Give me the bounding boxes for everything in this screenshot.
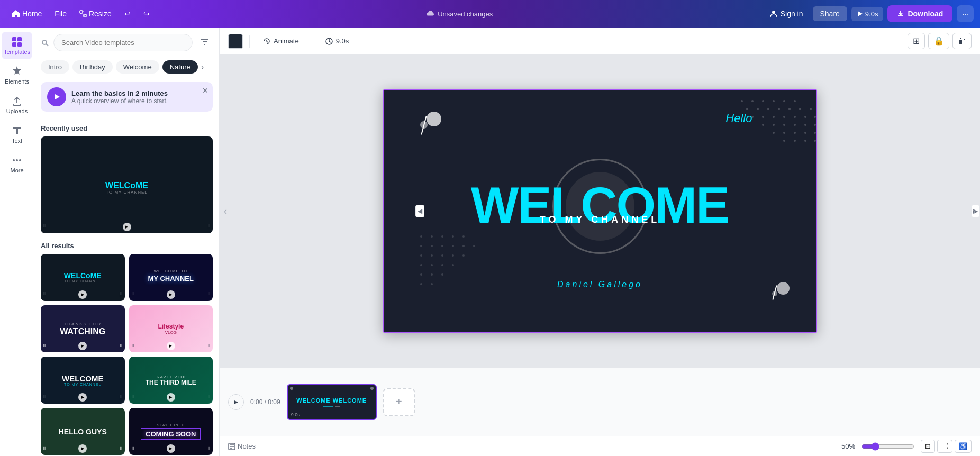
banner-close-button[interactable]: ✕ (202, 86, 208, 95)
svg-point-18 (762, 100, 764, 102)
fullscreen-button[interactable]: ⛶ (937, 440, 952, 453)
template-play-btn[interactable]: ▶ (123, 223, 131, 231)
accessibility-button[interactable]: ♿ (955, 440, 972, 453)
template-card-1[interactable]: WELCoME TO MY CHANNEL ⠿ ▶ ⠿ (41, 254, 125, 301)
svg-point-41 (814, 124, 816, 126)
template-card-6[interactable]: TRAVEL VLOG THE THIRD MILE ⠿ ▶ ⠿ (129, 357, 213, 404)
sidebar-item-elements[interactable]: Elements (2, 61, 32, 89)
filter-button[interactable] (197, 34, 213, 51)
animate-button[interactable]: Animate (256, 34, 305, 49)
sidebar-item-more[interactable]: More (2, 150, 32, 178)
template-card-8[interactable]: STAY TUNED COMING SOON ⠿ ▶ ⠿ (129, 408, 213, 455)
canvas-orb-topleft (427, 112, 441, 126)
thumb-welcome-1: WELCOME (296, 397, 330, 404)
search-input[interactable] (53, 34, 193, 51)
svg-point-13 (42, 40, 47, 44)
all-results-grid: WELCoME TO MY CHANNEL ⠿ ▶ ⠿ W (41, 254, 213, 456)
template-card-3[interactable]: THANKS FOR WATCHING ⠿ ▶ ⠿ (41, 305, 125, 352)
t6-play[interactable]: ▶ (167, 393, 175, 402)
canvas-orb-bottomright (777, 282, 790, 295)
sidebar-elements-label: Elements (5, 78, 29, 85)
tag-birthday[interactable]: Birthday (72, 60, 113, 74)
tag-welcome[interactable]: Welcome (116, 60, 159, 74)
template-card-4[interactable]: Lifestyle VLOG ⠿ ▶ ⠿ (129, 305, 213, 352)
t1-controls: ⠿ ▶ ⠿ (43, 290, 123, 299)
color-swatch[interactable] (228, 34, 243, 49)
t7-play[interactable]: ▶ (78, 444, 87, 453)
download-button[interactable]: Download (887, 5, 952, 22)
svg-point-27 (799, 108, 801, 110)
orb-br-small-circle (772, 291, 777, 296)
file-button[interactable]: File (49, 6, 72, 21)
more-sidebar-icon (11, 154, 23, 166)
timeline-area: ▶ 0:00 / 0:09 WELCOME WELCOME (220, 367, 980, 436)
slide-thumb-inner: WELCOME WELCOME (288, 385, 376, 419)
lock-button[interactable]: 🔒 (928, 33, 949, 49)
share-button[interactable]: Share (813, 6, 847, 21)
thumb-line-2 (335, 406, 340, 407)
sidebar-item-text[interactable]: Text (2, 121, 32, 148)
svg-point-40 (804, 124, 806, 126)
template-card-5[interactable]: WELCOME TO MY CHANNEL ⠿ ▶ ⠿ (41, 357, 125, 404)
home-button[interactable]: Home (6, 6, 47, 21)
timeline-slide-thumb[interactable]: WELCOME WELCOME 9.0s (287, 384, 377, 420)
timeline-content: ▶ 0:00 / 0:09 WELCOME WELCOME (220, 368, 980, 436)
svg-point-71 (420, 273, 422, 276)
t2-play[interactable]: ▶ (167, 290, 175, 299)
sidebar-more-label: More (10, 167, 23, 174)
svg-point-69 (441, 264, 443, 266)
slide-duration-label: 9.0s (291, 412, 300, 417)
timeline-play-button[interactable]: ▶ (228, 394, 244, 410)
more-icon: ··· (962, 10, 968, 18)
hide-left-panel-button[interactable]: ◀ (415, 205, 424, 217)
tag-chevron[interactable]: › (201, 62, 204, 72)
undo-button[interactable]: ↩ (119, 6, 136, 21)
play-duration-button[interactable]: 9.0s (851, 7, 884, 21)
t8-controls: ⠿ ▶ ⠿ (131, 444, 211, 453)
sidebar-item-uploads[interactable]: Uploads (2, 91, 32, 118)
sidebar-item-templates[interactable]: Templates (2, 32, 32, 59)
svg-point-72 (431, 273, 433, 276)
t8-play[interactable]: ▶ (167, 444, 175, 453)
tag-row: Intro Birthday Welcome Nature › (34, 56, 219, 78)
fit-to-screen-button[interactable]: ⊡ (921, 440, 935, 453)
template-card-2[interactable]: WELCOME TO MY CHANNEL ············· ⠿ ▶ … (129, 254, 213, 301)
resize-to-fit-button[interactable]: ⊞ (908, 33, 925, 49)
canvas-scroll-right[interactable]: › (973, 206, 976, 217)
duration-button[interactable]: 9.0s (319, 34, 356, 49)
tag-nature[interactable]: Nature (162, 60, 198, 74)
svg-marker-3 (858, 11, 863, 16)
svg-point-66 (462, 254, 465, 257)
t3-drag: ⠿ (43, 344, 46, 349)
add-page-button[interactable]: + (383, 388, 415, 416)
t3-play[interactable]: ▶ (78, 342, 87, 350)
recently-used-template[interactable]: ····· WELCoME TO MY CHANNEL ⠿ ▶ ⠿ (41, 136, 213, 233)
redo-button[interactable]: ↪ (138, 6, 155, 21)
svg-point-23 (757, 108, 759, 110)
t1-drag: ⠿ (43, 292, 46, 297)
delete-button[interactable]: 🗑 (952, 33, 972, 49)
template-card-7[interactable]: HELLO GUYS ⠿ ▶ ⠿ (41, 408, 125, 455)
t1-play[interactable]: ▶ (78, 290, 87, 299)
t6-drag: ⠿ (131, 395, 134, 400)
more-options-button[interactable]: ··· (957, 5, 974, 22)
svg-point-24 (767, 108, 769, 110)
zoom-display: 50% (841, 442, 855, 450)
zoom-slider[interactable] (861, 442, 914, 451)
notes-button[interactable]: Notes (228, 442, 256, 450)
svg-point-46 (814, 132, 816, 134)
templates-icon (11, 36, 23, 48)
orb-br-big-circle (777, 282, 790, 295)
t4-play[interactable]: ▶ (167, 342, 175, 350)
thumb-content: WELCOME WELCOME (296, 397, 367, 407)
svg-point-20 (783, 100, 785, 102)
t5-play[interactable]: ▶ (78, 393, 87, 402)
templates-scroll: Recently used ····· WELCoME TO MY CHANNE… (34, 116, 219, 456)
signin-button[interactable]: Sign in (764, 6, 809, 21)
resize-button[interactable]: Resize (74, 6, 117, 21)
elements-icon (11, 66, 23, 77)
svg-point-11 (16, 159, 18, 161)
svg-point-2 (772, 11, 775, 14)
tag-intro[interactable]: Intro (41, 60, 69, 74)
canvas-scroll-left[interactable]: ‹ (224, 206, 227, 217)
